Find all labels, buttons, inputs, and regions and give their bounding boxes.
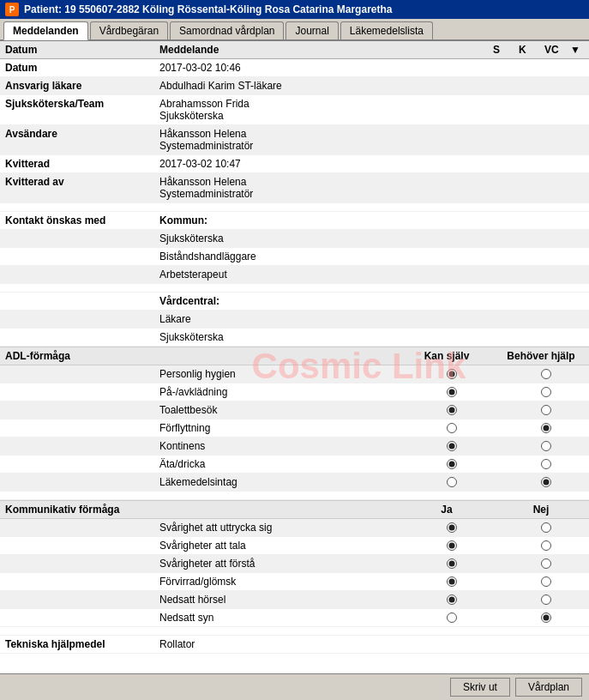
radio-nej-1[interactable]: [541, 540, 551, 551]
col-k: K: [519, 44, 544, 56]
adl-row-3: Förflyttning: [0, 419, 589, 438]
comm-row-4: Nedsatt hörsel: [0, 591, 589, 609]
radio-kan-1[interactable]: [447, 387, 457, 397]
tab-lakemedelslista[interactable]: Läkemedelslista: [340, 21, 433, 39]
radio-kan-0[interactable]: [447, 369, 457, 379]
label-kontakt: Kontakt önskas med: [0, 212, 154, 229]
value-kontakt-arbetsterapeut: Arbetsterapeut: [154, 266, 589, 283]
radio-nej-5[interactable]: [541, 612, 551, 623]
radio-ja-2[interactable]: [447, 558, 457, 569]
col-vc: VC: [544, 44, 570, 56]
kommunikativ-col2: Nej: [498, 504, 584, 516]
adl-row-6: Läkemedelsintag: [0, 474, 589, 492]
tab-bar: Meddelanden Vårdbegäran Samordnad vårdpl…: [0, 19, 589, 41]
dropdown-icon[interactable]: ▼: [570, 44, 584, 56]
radio-nej-2[interactable]: [541, 558, 551, 569]
adl-row-name-1: På-/avklädning: [154, 383, 400, 401]
comm-radio-nej-2: [503, 557, 589, 570]
adl-row-4: Kontinens: [0, 438, 589, 456]
comm-row-name-2: Svårigheter att förstå: [154, 555, 400, 572]
vardcentral-header: Vårdcentral:: [159, 295, 219, 307]
adl-section-header: ADL-förmåga Kan själv Behöver hjälp: [0, 347, 589, 365]
comm-radio-nej-3: [503, 575, 589, 588]
comm-row-empty-5: [0, 615, 154, 620]
radio-ja-0[interactable]: [447, 522, 457, 533]
adl-radio-kan-5: [400, 457, 503, 471]
radio-ja-3[interactable]: [447, 576, 457, 587]
radio-kan-6[interactable]: [447, 477, 457, 487]
comm-row-3: Förvirrad/glömsk: [0, 573, 589, 591]
tab-meddelanden[interactable]: Meddelanden: [3, 21, 88, 40]
radio-behover-4[interactable]: [541, 441, 551, 451]
tab-journal[interactable]: Journal: [285, 21, 338, 39]
comm-row-2: Svårigheter att förstå: [0, 555, 589, 573]
radio-behover-2[interactable]: [541, 405, 551, 415]
comm-row-5: Nedsatt syn: [0, 609, 589, 627]
radio-ja-5[interactable]: [447, 612, 457, 623]
content-scroll: Cosmic Link Datum 2017-03-02 10:46 Ansva…: [0, 59, 589, 671]
row-kvitterad-av: Kvitterad av Håkansson HelenaSystemadmin…: [0, 173, 589, 203]
radio-kan-3[interactable]: [447, 423, 457, 433]
comm-row-empty-1: [0, 543, 154, 548]
adl-rows: Personlig hygien På-/avklädning Toalettb…: [0, 365, 589, 492]
comm-radio-nej-0: [503, 521, 589, 534]
radio-behover-0[interactable]: [541, 369, 551, 379]
comm-row-empty-2: [0, 561, 154, 566]
kommunikativ-section-header: Kommunikativ förmåga Ja Nej: [0, 500, 589, 519]
adl-radio-behover-1: [503, 385, 589, 399]
col-s: S: [493, 44, 519, 56]
row-kontakt-bistands: Biståndshandläggare: [0, 248, 589, 266]
radio-ja-4[interactable]: [447, 594, 457, 605]
radio-kan-2[interactable]: [447, 405, 457, 415]
col-meddelande: Meddelande: [159, 44, 493, 56]
value-avsandare: Håkansson HelenaSystemadministratör: [154, 125, 589, 154]
comm-row-name-5: Nedsatt syn: [154, 609, 400, 626]
comm-row-name-0: Svårighet att uttrycka sig: [154, 519, 400, 536]
tab-vardbegaran[interactable]: Vårdbegäran: [90, 21, 168, 39]
comm-radio-ja-2: [400, 557, 503, 570]
radio-nej-0[interactable]: [541, 522, 551, 533]
empty-label-1: [0, 230, 154, 247]
adl-row-empty-4: [0, 444, 154, 449]
adl-radio-behover-2: [503, 403, 589, 417]
adl-row-name-3: Förflyttning: [154, 419, 400, 437]
app-icon: P: [5, 3, 19, 16]
comm-radio-nej-5: [503, 611, 589, 625]
radio-behover-3[interactable]: [541, 423, 551, 433]
row-sjukskoterska-team: Sjuksköterska/Team Abrahamsson FridaSjuk…: [0, 95, 589, 125]
spacer-3: [0, 492, 589, 500]
radio-kan-5[interactable]: [447, 459, 457, 469]
radio-kan-4[interactable]: [447, 441, 457, 451]
label-ansvarig: Ansvarig läkare: [0, 77, 154, 94]
tab-samordnad[interactable]: Samordnad vårdplan: [170, 21, 284, 39]
row-kontakt-kommun-header: Kontakt önskas med Kommun:: [0, 212, 589, 230]
col-datum: Datum: [5, 44, 159, 56]
spacer-2: [0, 284, 589, 293]
vardplan-button[interactable]: Vårdplan: [515, 678, 582, 697]
label-avsandare: Avsändare: [0, 125, 154, 154]
comm-row-0: Svårighet att uttrycka sig: [0, 519, 589, 537]
kommunikativ-label: Kommunikativ förmåga: [5, 504, 159, 516]
kommunikativ-rows: Svårighet att uttrycka sig Svårigheter a…: [0, 519, 589, 627]
radio-behover-1[interactable]: [541, 387, 551, 397]
adl-row-5: Äta/dricka: [0, 456, 589, 474]
empty-label-3: [0, 266, 154, 283]
value-kommun-header: Kommun:: [154, 212, 589, 229]
radio-behover-5[interactable]: [541, 459, 551, 469]
radio-nej-3[interactable]: [541, 576, 551, 587]
radio-behover-6[interactable]: [541, 477, 551, 487]
skriv-ut-button[interactable]: Skriv ut: [450, 678, 510, 697]
content-area[interactable]: Cosmic Link Datum 2017-03-02 10:46 Ansva…: [0, 59, 589, 673]
value-vardcentral-lakare: Läkare: [154, 311, 589, 328]
value-kvitterad: 2017-03-02 10:47: [154, 155, 589, 172]
spacer-4: [0, 627, 589, 636]
adl-row-empty-1: [0, 389, 154, 395]
adl-radio-behover-5: [503, 457, 589, 471]
adl-radio-behover-4: [503, 439, 589, 453]
adl-row-name-6: Läkemedelsintag: [154, 474, 400, 491]
row-kontakt-sjukskoterska: Sjuksköterska: [0, 230, 589, 248]
radio-ja-1[interactable]: [447, 540, 457, 551]
radio-nej-4[interactable]: [541, 594, 551, 605]
comm-radio-nej-4: [503, 593, 589, 606]
adl-label: ADL-förmåga: [5, 350, 159, 362]
